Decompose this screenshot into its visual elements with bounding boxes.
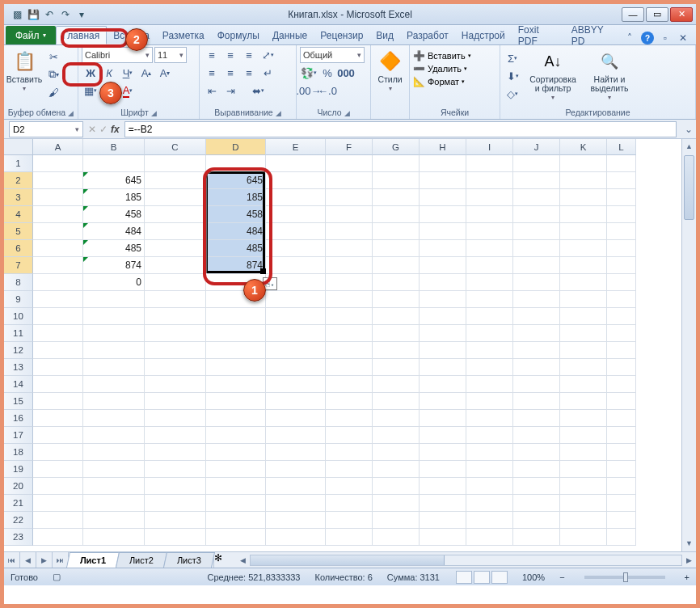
increase-indent-button[interactable]: ⇥ — [221, 82, 239, 99]
cell[interactable] — [420, 342, 466, 359]
font-size-combo[interactable]: 11▾ — [154, 47, 187, 63]
cell[interactable] — [326, 223, 373, 240]
cell[interactable] — [145, 478, 206, 495]
cell[interactable] — [33, 342, 83, 359]
cell[interactable] — [513, 512, 560, 529]
row-header[interactable]: 23 — [4, 529, 33, 546]
cell[interactable] — [607, 308, 636, 325]
maximize-button[interactable]: ▭ — [646, 7, 668, 22]
cell[interactable] — [513, 189, 560, 206]
cell[interactable] — [466, 308, 513, 325]
cell[interactable] — [420, 325, 466, 342]
cell[interactable] — [145, 206, 206, 223]
row-header[interactable]: 7 — [4, 257, 33, 274]
cell[interactable] — [266, 444, 326, 461]
row-header[interactable]: 22 — [4, 512, 33, 529]
cell[interactable] — [326, 444, 373, 461]
select-all-corner[interactable] — [4, 139, 33, 155]
row-header[interactable]: 2 — [4, 172, 33, 189]
cell[interactable] — [373, 461, 420, 478]
zoom-level[interactable]: 100% — [522, 572, 545, 582]
cell[interactable] — [373, 376, 420, 393]
cell[interactable] — [33, 376, 83, 393]
cell[interactable]: 458 — [206, 206, 266, 223]
cell[interactable] — [33, 325, 83, 342]
cancel-formula-icon[interactable]: ✕ — [88, 124, 96, 135]
sheet-tab[interactable]: Лист3 — [163, 552, 215, 568]
cell[interactable] — [420, 512, 466, 529]
cell[interactable] — [373, 274, 420, 291]
cell[interactable] — [373, 223, 420, 240]
cell[interactable] — [326, 410, 373, 427]
cell[interactable] — [266, 461, 326, 478]
cell[interactable] — [466, 240, 513, 257]
cell[interactable] — [373, 529, 420, 546]
cell[interactable] — [607, 223, 636, 240]
cell[interactable] — [466, 342, 513, 359]
cell[interactable] — [206, 291, 266, 308]
cell[interactable] — [266, 308, 326, 325]
cell[interactable] — [206, 359, 266, 376]
cell[interactable] — [607, 342, 636, 359]
cell[interactable] — [33, 393, 83, 410]
cell[interactable] — [466, 529, 513, 546]
cell[interactable] — [607, 393, 636, 410]
cell[interactable] — [33, 172, 83, 189]
decrease-indent-button[interactable]: ⇤ — [203, 82, 221, 99]
cell[interactable] — [206, 155, 266, 172]
cell[interactable] — [206, 427, 266, 444]
cell[interactable] — [33, 240, 83, 257]
format-painter-button[interactable]: 🖌 — [44, 84, 62, 100]
cell[interactable] — [145, 155, 206, 172]
cell[interactable] — [560, 410, 607, 427]
cell[interactable] — [145, 172, 206, 189]
cell[interactable] — [266, 495, 326, 512]
cell[interactable] — [513, 172, 560, 189]
cell[interactable] — [373, 495, 420, 512]
cell[interactable] — [373, 359, 420, 376]
cell[interactable] — [33, 291, 83, 308]
cell[interactable] — [206, 393, 266, 410]
cell[interactable] — [420, 172, 466, 189]
horizontal-scrollbar[interactable]: ◀ ▶ — [236, 552, 696, 568]
cell[interactable] — [373, 410, 420, 427]
cell[interactable] — [145, 393, 206, 410]
cell[interactable] — [206, 461, 266, 478]
cell[interactable] — [83, 376, 145, 393]
cell[interactable] — [420, 410, 466, 427]
row-header[interactable]: 5 — [4, 223, 33, 240]
row-header[interactable]: 19 — [4, 461, 33, 478]
cell[interactable] — [513, 478, 560, 495]
cell[interactable] — [83, 478, 145, 495]
cells-format-button[interactable]: 📐Формат ▾ — [413, 76, 465, 87]
cell[interactable] — [83, 512, 145, 529]
cell[interactable] — [206, 325, 266, 342]
cell[interactable] — [326, 155, 373, 172]
scroll-thumb[interactable] — [684, 155, 694, 220]
page-layout-view-button[interactable] — [474, 571, 490, 584]
cell[interactable] — [266, 257, 326, 274]
row-header[interactable]: 13 — [4, 359, 33, 376]
row-header[interactable]: 20 — [4, 478, 33, 495]
column-header[interactable]: J — [513, 139, 560, 155]
cell[interactable] — [83, 155, 145, 172]
tab-данные[interactable]: Данные — [266, 26, 314, 44]
cell[interactable] — [83, 325, 145, 342]
column-header[interactable]: G — [373, 139, 420, 155]
cell[interactable] — [83, 529, 145, 546]
column-header[interactable]: D — [206, 139, 266, 155]
macro-record-icon[interactable]: ▢ — [53, 572, 61, 582]
cell[interactable] — [466, 495, 513, 512]
cell[interactable] — [373, 478, 420, 495]
help-icon[interactable]: ? — [641, 32, 654, 44]
cell[interactable] — [513, 359, 560, 376]
cell[interactable] — [33, 461, 83, 478]
cell[interactable]: 485 — [83, 240, 145, 257]
cell[interactable] — [607, 461, 636, 478]
column-header[interactable]: K — [560, 139, 607, 155]
cell[interactable] — [560, 461, 607, 478]
cell[interactable] — [420, 376, 466, 393]
cell[interactable] — [206, 512, 266, 529]
cell[interactable] — [373, 189, 420, 206]
cell[interactable] — [33, 512, 83, 529]
